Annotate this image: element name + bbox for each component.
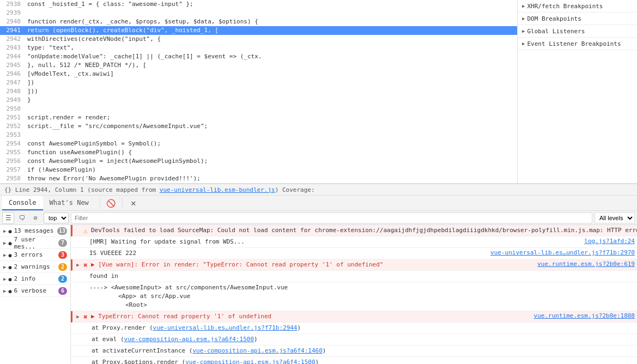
breakpoint-section[interactable]: ▶DOM Breakpoints <box>518 13 637 25</box>
code-line[interactable]: 2947 ]) <box>0 78 517 87</box>
code-line[interactable]: 2942 withDirectives(createVNode("input",… <box>0 35 517 44</box>
message-content: IS VUEEEE 222 <box>88 249 486 258</box>
stack-link[interactable]: vue-universal-lib.es…undler.js?f71b:2944 <box>153 324 298 331</box>
code-line[interactable]: 2953 <box>0 131 517 139</box>
code-line[interactable]: 2951script.render = render; <box>0 113 517 122</box>
sidebar-item-1[interactable]: ▶ ● 7 user mes... 7 <box>0 237 70 249</box>
code-line[interactable]: 2958 throw new Error('No AwesomePlugin p… <box>0 174 517 183</box>
sidebar-type-icon: ● <box>8 227 11 235</box>
message-type-icon: ✖ <box>81 312 90 321</box>
stack-trace-line: at Proxy.render (vue-universal-lib.es…un… <box>71 323 637 334</box>
sidebar-badge: 6 <box>58 287 67 295</box>
stack-link[interactable]: vue-composition-api.esm.js?a6f4:1500 <box>185 359 315 364</box>
message-content: [HMR] Waiting for update signal from WDS… <box>88 238 580 246</box>
code-line[interactable]: 2956 const AwesomePlugin = inject(Awesom… <box>0 157 517 166</box>
console-sidebar: ▶ ● 13 messages 13 ▶ ● 7 user mes... 7 ▶… <box>0 225 71 364</box>
bp-label: XHR/fetch Breakpoints <box>527 3 603 10</box>
console-message-1: [HMR] Waiting for update signal from WDS… <box>71 236 637 248</box>
sidebar-expand-icon: ▶ <box>3 264 6 270</box>
line-content: return (openBlock(), createBlock("div", … <box>25 26 219 35</box>
sidebar-badge: 2 <box>58 263 67 271</box>
code-line[interactable]: 2946 [vModelText, _ctx.awiwi] <box>0 70 517 78</box>
code-line[interactable]: 2938const _hoisted_1 = { class: "awesome… <box>0 0 517 9</box>
bp-arrow-icon: ▶ <box>522 3 525 9</box>
code-line[interactable]: 2948 ])) <box>0 87 517 96</box>
console-filter-input[interactable] <box>71 213 592 223</box>
sidebar-badge: 7 <box>58 239 67 247</box>
message-source[interactable]: vue.runtime.esm.js?2b0e:1888 <box>530 312 635 319</box>
line-content: ])) <box>25 87 38 96</box>
message-source[interactable]: vue.runtime.esm.js?2b0e:619 <box>533 260 635 268</box>
sidebar-item-label: 13 messages <box>14 227 57 234</box>
bp-label: Event Listener Breakpoints <box>527 40 621 47</box>
console-messages: ⚠DevTools failed to load SourceMap: Coul… <box>71 225 637 364</box>
code-line[interactable]: 2944 "onUpdate:modelValue": _cache[1] ||… <box>0 52 517 61</box>
source-map-link[interactable]: vue-universal-lib.esm-bundler.js <box>160 186 275 193</box>
error-icon: ✖ <box>83 261 88 269</box>
context-select[interactable]: top <box>44 213 69 223</box>
breakpoint-section[interactable]: ▶Global Listeners <box>518 25 637 38</box>
code-line[interactable]: 2943 type: "text", <box>0 44 517 52</box>
line-number: 2946 <box>0 70 25 78</box>
warn-icon: ⚠ <box>83 227 88 235</box>
code-line[interactable]: 2954const AwesomePluginSymbol = Symbol()… <box>0 139 517 148</box>
message-type-icon <box>80 283 88 284</box>
code-line[interactable]: 2952script.__file = "src/components/Awes… <box>0 122 517 131</box>
toolbar-tab-what's-new[interactable]: What's New <box>43 196 95 210</box>
line-content: const AwesomePlugin = inject(AwesomePlug… <box>25 157 208 166</box>
line-content: script.render = render; <box>25 113 110 122</box>
sidebar-badge: 13 <box>57 227 67 235</box>
sidebar-item-4[interactable]: ▶ ● 2 info 2 <box>0 273 70 285</box>
sidebar-item-5[interactable]: ▶ ● 6 verbose 6 <box>0 285 70 297</box>
line-number: 2939 <box>0 9 25 17</box>
message-type-icon: ⚠ <box>81 226 90 235</box>
ban-icon-button[interactable]: ⊘ <box>29 212 41 224</box>
line-content: function render(_ctx, _cache, $props, $s… <box>25 17 258 26</box>
code-line[interactable]: 2949} <box>0 96 517 105</box>
sidebar-item-label: 6 verbose <box>14 287 58 294</box>
line-number: 2941 <box>0 26 25 35</box>
message-content: ▶ [Vue warn]: Error in render: "TypeErro… <box>90 260 533 269</box>
line-number: 2952 <box>0 122 25 131</box>
sidebar-item-3[interactable]: ▶ ● 2 warnings 2 <box>0 261 70 273</box>
expand-icon[interactable]: ▶ <box>75 312 81 319</box>
breakpoint-section[interactable]: ▶Event Listener Breakpoints <box>518 38 637 50</box>
console-message-0: ⚠DevTools failed to load SourceMap: Coul… <box>71 225 637 236</box>
error-icon: ✖ <box>83 313 88 321</box>
messages-icon-button[interactable]: 🗨 <box>16 212 28 224</box>
sidebar-toggle-button[interactable]: ☰ <box>2 212 14 224</box>
code-line[interactable]: 2939 <box>0 9 517 17</box>
close-button[interactable]: ✕ <box>127 197 140 210</box>
code-line[interactable]: 2941 return (openBlock(), createBlock("d… <box>0 26 517 35</box>
breakpoint-section[interactable]: ▶XHR/fetch Breakpoints <box>518 0 637 13</box>
sidebar-type-icon: ● <box>8 263 11 271</box>
expand-icon[interactable]: ▶ <box>75 260 81 268</box>
line-number: 2944 <box>0 52 25 61</box>
code-line[interactable]: 2945 }, null, 512 /* NEED_PATCH */), [ <box>0 61 517 70</box>
stack-link[interactable]: vue-composition-api.esm.js?a6f4:1460 <box>192 347 322 354</box>
toolbar-tab-console[interactable]: Console <box>2 196 43 210</box>
toolbar-separator <box>100 198 100 209</box>
stack-link[interactable]: vue-composition-api.esm.js?a6f4:1500 <box>124 336 254 343</box>
line-content: script.__file = "src/components/AwesomeI… <box>25 122 208 131</box>
log-level-select[interactable]: All levels <box>594 213 635 223</box>
code-line[interactable]: 2950 <box>0 105 517 113</box>
message-source[interactable]: vue-universal-lib.es…undler.js?f71b:2970 <box>486 249 635 256</box>
line-content: function useAwesomePlugin() { <box>25 148 132 157</box>
line-content: ]) <box>25 78 34 87</box>
code-panel: 2938const _hoisted_1 = { class: "awesome… <box>0 0 637 184</box>
message-source[interactable]: log.js?1afd:24 <box>580 238 635 245</box>
sidebar-item-label: 2 info <box>14 275 58 282</box>
sidebar-item-label: 7 user mes... <box>14 236 58 250</box>
sidebar-item-label: 3 errors <box>14 251 58 258</box>
code-line[interactable]: 2940function render(_ctx, _cache, $props… <box>0 17 517 26</box>
line-number: 2938 <box>0 0 25 9</box>
clear-console-button[interactable]: 🚫 <box>105 197 118 210</box>
line-content: type: "text", <box>25 44 74 52</box>
code-line[interactable]: 2955function useAwesomePlugin() { <box>0 148 517 157</box>
sidebar-expand-icon: ▶ <box>3 288 6 294</box>
code-line[interactable]: 2957 if (!AwesomePlugin) <box>0 166 517 174</box>
sidebar-item-2[interactable]: ▶ ● 3 errors 3 <box>0 249 70 261</box>
message-content: ----> <AwesomeInput> at src/components/A… <box>88 283 635 310</box>
sidebar-badge: 2 <box>58 275 67 283</box>
